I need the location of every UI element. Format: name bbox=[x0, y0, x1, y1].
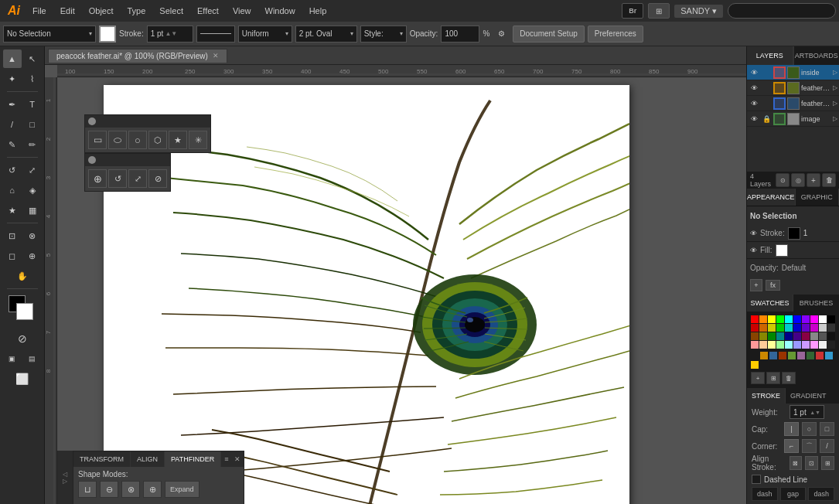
panel-close-x[interactable]: ✕ bbox=[231, 455, 244, 463]
stroke-color-box[interactable] bbox=[16, 303, 33, 320]
delete-swatch-btn[interactable]: 🗑 bbox=[782, 372, 796, 384]
appearance-add-btn[interactable]: + bbox=[750, 279, 762, 291]
rotate-tool[interactable]: ↺ bbox=[3, 161, 22, 179]
color-swatch-extra[interactable] bbox=[751, 361, 759, 369]
dash-input-2[interactable]: dash bbox=[808, 487, 834, 501]
tab-gradient[interactable]: GRADIENT bbox=[786, 388, 839, 404]
color-swatch[interactable] bbox=[768, 341, 776, 349]
none-color[interactable]: ⊘ bbox=[13, 329, 32, 348]
color-swatch-extra[interactable] bbox=[788, 352, 796, 359]
intersect-btn[interactable]: ⊗ bbox=[121, 481, 140, 498]
layer-lock-image[interactable]: 🔒 bbox=[761, 114, 772, 124]
stroke-width-input[interactable]: 1 pt ▲▼ bbox=[147, 26, 193, 43]
symbol-sprayer-tool[interactable]: ★ bbox=[3, 201, 22, 220]
color-swatch[interactable] bbox=[793, 332, 801, 340]
color-swatch[interactable] bbox=[776, 341, 784, 349]
color-swatch-extra[interactable] bbox=[807, 352, 814, 359]
color-swatch-extra[interactable] bbox=[816, 352, 824, 359]
color-swatch[interactable] bbox=[759, 332, 767, 340]
shape-tools-titlebar[interactable] bbox=[85, 115, 210, 128]
color-swatch[interactable] bbox=[810, 315, 818, 323]
menu-view[interactable]: View bbox=[227, 5, 257, 17]
color-swatch[interactable] bbox=[785, 324, 793, 332]
corner-round-btn[interactable]: ⌒ bbox=[802, 439, 817, 453]
tab-close-button[interactable]: ✕ bbox=[213, 52, 219, 60]
tab-artboards[interactable]: ARTBOARDS bbox=[793, 46, 840, 65]
paintbrush-tool[interactable]: ✎ bbox=[3, 135, 22, 154]
layer-row-feather2[interactable]: 👁 feather g... ▷ bbox=[747, 96, 839, 111]
color-swatch-extra[interactable] bbox=[769, 352, 777, 359]
color-swatch[interactable] bbox=[793, 324, 801, 332]
transform-panel-close[interactable] bbox=[88, 156, 96, 164]
new-layer-btn[interactable]: + bbox=[807, 173, 820, 187]
swatch-options-btn[interactable]: ⊞ bbox=[766, 372, 780, 384]
minus-front-btn[interactable]: ⊖ bbox=[100, 481, 118, 498]
layer-row-inside[interactable]: 👁 inside ▷ bbox=[747, 65, 839, 80]
layer-visibility-feather1[interactable]: 👁 bbox=[749, 83, 759, 94]
appearance-fx-btn[interactable]: fx bbox=[766, 280, 780, 291]
exclude-btn[interactable]: ⊕ bbox=[143, 481, 162, 498]
new-swatch-btn[interactable]: + bbox=[751, 372, 765, 384]
layer-expand-image[interactable]: ▷ bbox=[833, 115, 837, 122]
color-swatch[interactable] bbox=[751, 332, 759, 340]
graph-tool[interactable]: ▦ bbox=[23, 201, 42, 220]
tab-transform[interactable]: TRANSFORM bbox=[73, 451, 131, 467]
line-tool[interactable]: / bbox=[3, 115, 22, 134]
zoom-tool[interactable]: ⊕ bbox=[23, 247, 42, 265]
color-swatch[interactable] bbox=[819, 341, 827, 349]
color-swatch[interactable] bbox=[751, 324, 759, 332]
layer-row-feather1[interactable]: 👁 feather g... ▷ bbox=[747, 80, 839, 96]
color-swatch[interactable] bbox=[759, 324, 767, 332]
bridge-button[interactable]: Br bbox=[622, 3, 643, 19]
menu-object[interactable]: Object bbox=[83, 5, 120, 17]
menu-type[interactable]: Type bbox=[121, 5, 152, 17]
color-swatch[interactable] bbox=[785, 332, 793, 340]
gradient-mode[interactable]: ▤ bbox=[23, 349, 42, 368]
color-swatch[interactable] bbox=[827, 341, 835, 349]
bottom-resize-handle[interactable]: ◁▷ bbox=[57, 451, 73, 504]
polygon-shape-tool[interactable]: ⬡ bbox=[148, 131, 167, 149]
stroke-uniform-dropdown[interactable]: Uniform ▾ bbox=[238, 26, 292, 43]
color-swatch-extra[interactable] bbox=[825, 352, 833, 359]
hand-tool[interactable]: ✋ bbox=[13, 267, 32, 285]
appearance-fill-swatch[interactable] bbox=[776, 244, 788, 257]
pen-tool[interactable]: ✒ bbox=[3, 95, 22, 114]
flare-shape-tool[interactable]: ✳ bbox=[189, 131, 207, 149]
color-swatch[interactable] bbox=[768, 324, 776, 332]
rectangle-tool[interactable]: □ bbox=[23, 115, 42, 134]
opacity-options-icon[interactable]: ⚙ bbox=[493, 26, 510, 43]
transform-panel-titlebar[interactable] bbox=[85, 154, 170, 166]
color-swatch-extra[interactable] bbox=[751, 352, 759, 359]
layer-lock-feather1[interactable] bbox=[761, 83, 772, 94]
search-input[interactable] bbox=[728, 3, 836, 19]
shape-tools-close[interactable] bbox=[88, 117, 96, 125]
color-swatch[interactable] bbox=[793, 341, 801, 349]
color-swatch[interactable] bbox=[768, 315, 776, 323]
circle-shape-tool[interactable]: ○ bbox=[128, 131, 147, 149]
canvas-document-area[interactable]: ▭ ⬭ ○ ⬡ ★ ✳ ⊕ ↺ ⤢ bbox=[57, 77, 746, 504]
layer-expand-feather1[interactable]: ▷ bbox=[833, 84, 837, 91]
tab-brushes[interactable]: BRUSHES bbox=[793, 295, 839, 312]
color-swatch[interactable] bbox=[776, 315, 784, 323]
add-new-sublayer-btn[interactable]: ◎ bbox=[791, 173, 805, 187]
color-swatch[interactable] bbox=[810, 332, 818, 340]
layer-visibility-inside[interactable]: 👁 bbox=[749, 67, 759, 78]
user-menu-button[interactable]: SANDY ▾ bbox=[674, 5, 723, 18]
menu-help[interactable]: Help bbox=[303, 5, 333, 17]
color-swatch[interactable] bbox=[759, 315, 767, 323]
artboard-tool[interactable]: ⊡ bbox=[3, 226, 22, 245]
dash-input-1[interactable]: dash bbox=[752, 487, 778, 501]
brush-dropdown[interactable]: 2 pt. Oval ▾ bbox=[295, 26, 357, 43]
menu-file[interactable]: File bbox=[26, 5, 53, 17]
color-swatch-extra[interactable] bbox=[760, 352, 768, 359]
menu-window[interactable]: Window bbox=[259, 5, 302, 17]
rounded-rect-tool[interactable]: ▭ bbox=[88, 131, 107, 149]
make-clipping-mask-btn[interactable]: ⊙ bbox=[776, 173, 790, 187]
layer-expand-feather2[interactable]: ▷ bbox=[833, 100, 837, 107]
style-dropdown[interactable]: Style: ▾ bbox=[360, 26, 407, 43]
color-swatch[interactable] bbox=[810, 341, 818, 349]
tab-layers[interactable]: LAYERS bbox=[747, 46, 793, 65]
workspace-grid-button[interactable]: ⊞ bbox=[648, 3, 670, 19]
move-transform-tool[interactable]: ⊕ bbox=[88, 169, 107, 188]
document-tab[interactable]: peacock feather.ai* @ 100% (RGB/Preview)… bbox=[48, 49, 227, 63]
